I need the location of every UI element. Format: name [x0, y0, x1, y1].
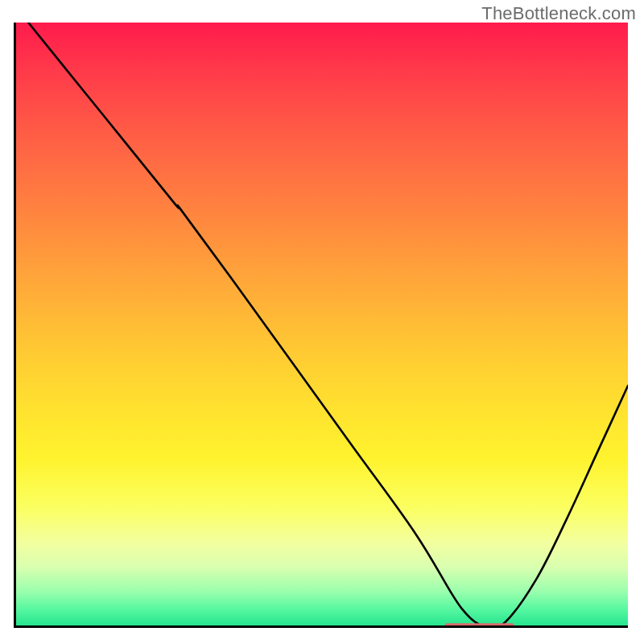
y-axis: [14, 23, 16, 628]
watermark-label: TheBottleneck.com: [481, 3, 636, 24]
marker-layer: [16, 23, 628, 628]
bottleneck-chart: TheBottleneck.com: [0, 0, 644, 644]
x-axis: [14, 625, 628, 628]
